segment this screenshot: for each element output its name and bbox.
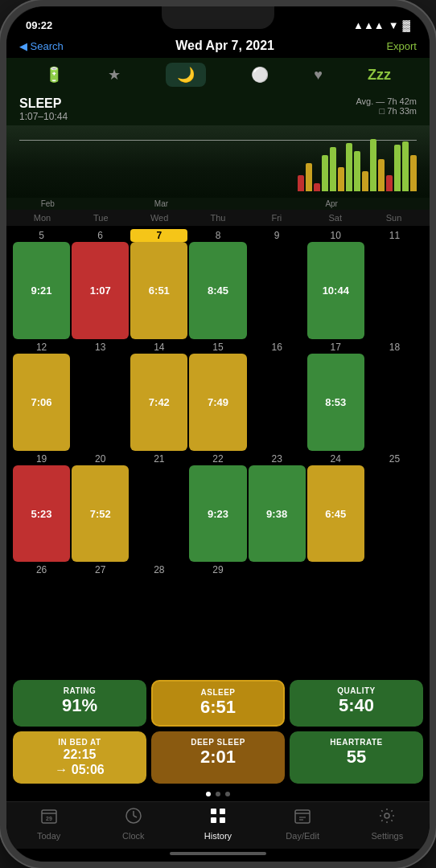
cal-sleep-block[interactable]: 6:45	[307, 465, 364, 563]
cal-date-number: 29	[189, 563, 246, 576]
sleep-info: SLEEP 1:07–10:44 Avg. — 7h 42m □ 7h 33m	[6, 92, 430, 125]
tab-dayedit[interactable]: Day/Edit	[278, 807, 327, 841]
month-feb: Feb	[19, 199, 76, 208]
calendar-cell[interactable]: 88:45	[189, 229, 246, 339]
tab-settings[interactable]: Settings	[363, 807, 411, 841]
cal-sleep-block[interactable]: 8:53	[307, 354, 364, 451]
app-header: ◀ Search Wed Apr 7, 2021 Export	[6, 35, 430, 58]
calendar-cell[interactable]: 178:53	[307, 341, 364, 451]
cal-date-number	[307, 563, 364, 565]
chart-bar	[362, 171, 368, 191]
calendar-cell: 11	[366, 229, 423, 339]
month-labels: Feb Mar Apr	[6, 198, 430, 210]
cal-date-number: 10	[307, 229, 364, 242]
chart-bar	[394, 145, 401, 191]
circle-tab[interactable]: ⚪	[251, 66, 269, 84]
svg-rect-9	[220, 817, 225, 823]
zzz-tab[interactable]: Zzz	[368, 67, 391, 84]
today-icon: 29	[40, 807, 58, 829]
cal-sleep-block[interactable]: 9:23	[189, 465, 246, 563]
asleep-value: 6:51	[200, 697, 236, 718]
moon-tab[interactable]: 🌙	[166, 63, 206, 87]
cal-sleep-block[interactable]: 9:38	[249, 465, 306, 563]
calendar-cell[interactable]: 246:45	[307, 452, 364, 563]
cal-sleep-block[interactable]: 9:21	[13, 242, 70, 339]
cal-date-number: 9	[249, 229, 306, 242]
calendar-cell[interactable]: 229:23	[189, 452, 246, 563]
history-icon	[209, 807, 227, 829]
history-label: History	[204, 831, 232, 841]
calendar-cell[interactable]: 157:49	[189, 341, 246, 451]
calendar-cell	[249, 563, 306, 674]
calendar-cell: 25	[366, 452, 423, 563]
calendar-cell[interactable]: 127:06	[13, 341, 70, 451]
page-dots	[13, 788, 423, 798]
dayedit-icon	[294, 807, 311, 829]
month-empty2	[190, 199, 247, 208]
quality-card[interactable]: QUALITY 5:40	[290, 680, 423, 726]
chart-bar	[354, 151, 360, 191]
cal-date-number: 22	[189, 452, 246, 465]
heartrate-card[interactable]: HEARTRATE 55	[290, 731, 423, 784]
month-apr: Apr	[303, 199, 360, 208]
cal-sleep-block[interactable]: 8:45	[189, 242, 246, 339]
sleep-time-range: 1:07–10:44	[19, 111, 68, 122]
cal-date-number: 7	[130, 229, 187, 242]
cal-sleep-block[interactable]: 7:06	[13, 354, 70, 451]
star-tab[interactable]: ★	[108, 66, 121, 84]
dow-sun: Sun	[364, 211, 423, 224]
cal-sleep-block[interactable]: 5:23	[13, 465, 70, 563]
calendar-cell[interactable]: 59:21	[13, 229, 70, 339]
heart-tab[interactable]: ♥	[314, 67, 323, 84]
calendar-cell[interactable]: 207:52	[72, 452, 129, 563]
battery-tab[interactable]: 🔋	[45, 66, 63, 84]
cal-sleep-block[interactable]: 7:52	[72, 465, 129, 563]
rating-card[interactable]: RATING 91%	[13, 680, 146, 726]
cal-sleep-block[interactable]: 7:49	[189, 354, 246, 451]
chart-bar	[338, 167, 344, 191]
calendar-cell[interactable]: 195:23	[13, 452, 70, 563]
calendar-cell[interactable]: 61:07	[72, 229, 129, 339]
sleep-chart	[6, 125, 430, 198]
svg-rect-7	[220, 809, 225, 814]
chart-bar	[330, 147, 336, 191]
calendar-cell[interactable]: 1010:44	[307, 229, 364, 339]
asleep-card[interactable]: ASLEEP 6:51	[151, 680, 285, 726]
today-label: Today	[37, 831, 60, 841]
calendar-cell: 28	[130, 563, 187, 674]
day-of-week-header: Mon Tue Wed Thu Fri Sat Sun	[6, 210, 430, 226]
cal-sleep-block[interactable]: 10:44	[307, 242, 364, 339]
cal-date-number: 13	[72, 341, 129, 354]
calendar-cell[interactable]: 76:51	[130, 229, 187, 339]
month-empty4	[360, 199, 417, 208]
cal-sleep-block[interactable]: 6:51	[130, 242, 187, 339]
inbedat-label: IN BED AT	[58, 738, 101, 747]
cal-date-number: 26	[13, 563, 70, 576]
svg-line-5	[134, 816, 137, 817]
back-search-button[interactable]: ◀ Search	[19, 40, 64, 52]
status-time: 09:22	[26, 19, 52, 31]
tab-today[interactable]: 29 Today	[25, 807, 73, 841]
phone-screen: 09:22 ▲▲▲ ▼ ▓ ◀ Search Wed Apr 7, 2021 E…	[6, 6, 430, 862]
calendar-cell[interactable]: 239:38	[249, 452, 306, 563]
bottom-tab-bar: 29 Today Clock	[6, 801, 430, 849]
cal-sleep-block[interactable]: 1:07	[72, 242, 129, 339]
dow-tue: Tue	[72, 211, 130, 224]
settings-label: Settings	[371, 831, 403, 841]
export-button[interactable]: Export	[386, 40, 417, 52]
calendar-cell: 13	[72, 341, 129, 451]
heartrate-value: 55	[347, 747, 366, 768]
deepsleep-card[interactable]: DEEP SLEEP 2:01	[151, 731, 285, 784]
avg-box: □ 7h 33m	[380, 106, 417, 116]
chart-bar	[402, 141, 409, 191]
tab-history[interactable]: History	[194, 807, 242, 841]
cal-date-number: 6	[72, 229, 129, 242]
inbedat-card[interactable]: IN BED AT 22:15→ 05:06	[13, 731, 146, 784]
filter-tabs: 🔋 ★ 🌙 ⚪ ♥ Zzz	[6, 58, 430, 92]
home-bar	[170, 852, 266, 855]
cal-sleep-block[interactable]: 7:42	[130, 354, 187, 451]
svg-rect-6	[211, 809, 216, 814]
calendar-cell[interactable]: 147:42	[130, 341, 187, 451]
chart-bar	[306, 163, 312, 191]
tab-clock[interactable]: Clock	[109, 807, 158, 841]
